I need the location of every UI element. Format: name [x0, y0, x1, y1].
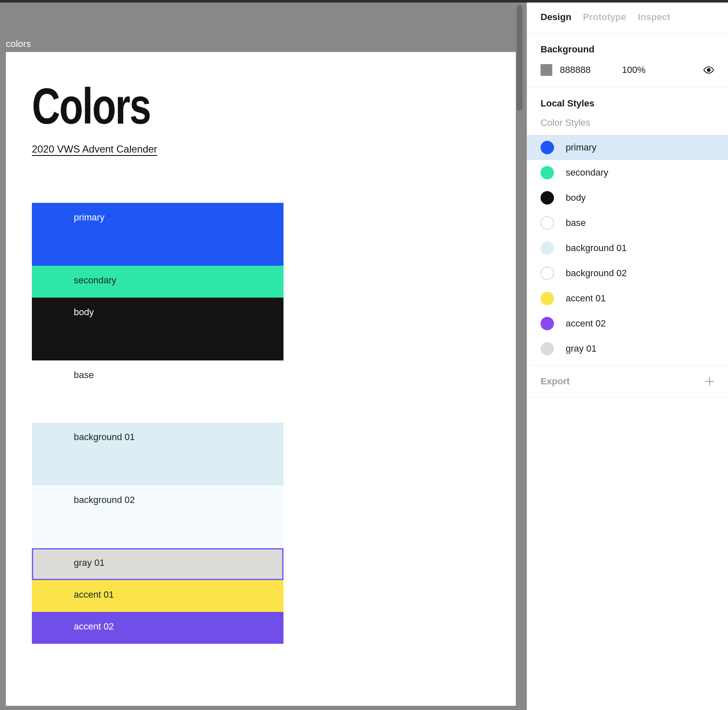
color-style-label: accent 02: [566, 318, 606, 329]
color-dot-icon: [541, 342, 554, 355]
color-style-body[interactable]: body: [527, 185, 728, 210]
swatch-label: body: [74, 307, 94, 318]
swatch-background-02[interactable]: background 02: [32, 485, 283, 548]
swatch-secondary[interactable]: secondary: [32, 266, 283, 298]
color-style-base[interactable]: base: [527, 210, 728, 236]
frame-label[interactable]: colors: [6, 39, 31, 49]
tab-inspect[interactable]: Inspect: [638, 12, 670, 23]
color-dot-icon: [541, 141, 554, 154]
swatch-label: secondary: [74, 275, 117, 286]
color-style-label: background 01: [566, 243, 627, 254]
background-chip[interactable]: [541, 64, 552, 76]
color-style-label: secondary: [566, 167, 608, 178]
swatch-base[interactable]: base: [32, 360, 283, 392]
swatch-label: background 01: [74, 432, 135, 443]
color-style-label: primary: [566, 142, 596, 153]
visibility-toggle-icon[interactable]: [703, 64, 715, 76]
tab-prototype[interactable]: Prototype: [583, 12, 626, 23]
page-subtitle-link[interactable]: 2020 VWS Advent Calender: [32, 143, 157, 155]
local-styles-section: Local Styles Color Styles primaryseconda…: [527, 88, 728, 365]
color-style-accent-02[interactable]: accent 02: [527, 311, 728, 336]
plus-icon[interactable]: [705, 376, 715, 386]
page-title: Colors: [32, 77, 150, 135]
color-dot-icon: [541, 216, 554, 230]
color-style-secondary[interactable]: secondary: [527, 160, 728, 185]
svg-point-0: [707, 69, 710, 72]
swatch-accent-01[interactable]: accent 01: [32, 580, 283, 612]
canvas-area[interactable]: colors Colors 2020 VWS Advent Calender p…: [0, 3, 527, 710]
color-style-accent-01[interactable]: accent 01: [527, 286, 728, 311]
swatch-column: primarysecondarybodybasebackground 01bac…: [32, 203, 283, 644]
export-label: Export: [541, 376, 570, 387]
color-dot-icon: [541, 241, 554, 255]
color-style-background-01[interactable]: background 01: [527, 236, 728, 261]
swatch-label: gray 01: [74, 557, 104, 568]
swatch-label: primary: [74, 212, 104, 223]
color-style-background-02[interactable]: background 02: [527, 261, 728, 286]
color-style-label: body: [566, 192, 586, 203]
swatch-primary[interactable]: primary: [32, 203, 283, 266]
swatch-gray-01[interactable]: gray 01: [32, 548, 283, 580]
background-hex[interactable]: 888888: [560, 65, 614, 75]
right-panel: DesignPrototypeInspect Background 888888…: [527, 3, 728, 710]
color-style-primary[interactable]: primary: [527, 135, 728, 160]
color-style-label: background 02: [566, 268, 627, 279]
background-section: Background 888888 100%: [527, 34, 728, 88]
app-root: colors Colors 2020 VWS Advent Calender p…: [0, 0, 728, 710]
color-dot-icon: [541, 317, 554, 330]
canvas-scrollbar[interactable]: [517, 5, 523, 111]
swatch-gap: [32, 392, 283, 422]
swatch-accent-02[interactable]: accent 02: [32, 612, 283, 644]
color-style-label: accent 01: [566, 293, 606, 304]
swatch-label: accent 01: [74, 589, 114, 600]
color-styles-subheading: Color Styles: [527, 117, 728, 135]
color-style-list: primarysecondarybodybasebackground 01bac…: [527, 135, 728, 361]
color-style-gray-01[interactable]: gray 01: [527, 336, 728, 361]
background-title: Background: [541, 44, 715, 55]
swatch-label: base: [74, 370, 94, 381]
color-dot-icon: [541, 292, 554, 305]
frame-colors[interactable]: Colors 2020 VWS Advent Calender primarys…: [6, 52, 516, 706]
color-style-label: gray 01: [566, 343, 596, 354]
color-style-label: base: [566, 218, 586, 228]
background-opacity[interactable]: 100%: [622, 65, 695, 75]
tab-design[interactable]: Design: [541, 12, 571, 23]
export-section[interactable]: Export: [527, 365, 728, 397]
color-dot-icon: [541, 191, 554, 205]
local-styles-title: Local Styles: [527, 98, 728, 117]
panel-tabs: DesignPrototypeInspect: [527, 3, 728, 34]
swatch-label: accent 02: [74, 621, 114, 632]
background-row[interactable]: 888888 100%: [541, 64, 715, 76]
swatch-body[interactable]: body: [32, 298, 283, 360]
swatch-background-01[interactable]: background 01: [32, 422, 283, 485]
color-dot-icon: [541, 267, 554, 280]
swatch-label: background 02: [74, 495, 135, 505]
color-dot-icon: [541, 166, 554, 179]
